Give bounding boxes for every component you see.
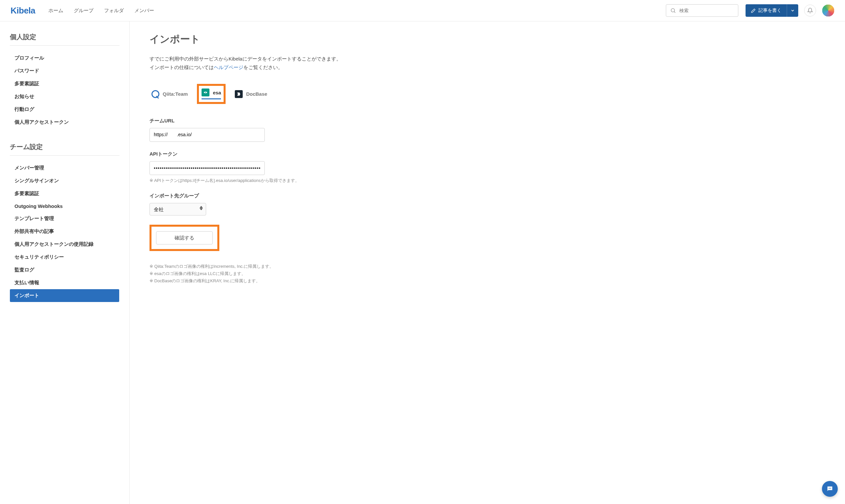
footnotes: ※ Qiita:Teamのロゴ画像の権利はIncrements, Inc.に帰属… — [150, 263, 825, 285]
sidebar-section-personal: 個人設定 — [10, 33, 120, 46]
service-docbase[interactable]: DocBase — [233, 88, 269, 101]
logo[interactable]: Kibela — [11, 5, 35, 16]
sidebar-item-password[interactable]: パスワード — [10, 65, 120, 77]
team-url-input[interactable] — [150, 128, 265, 142]
sidebar-item-shared[interactable]: 外部共有中の記事 — [10, 225, 120, 238]
sidebar-item-profile[interactable]: プロフィール — [10, 52, 120, 65]
search-input[interactable] — [679, 8, 734, 13]
write-button[interactable]: 記事を書く — [745, 4, 787, 17]
service-qiita[interactable]: Qiita:Team — [150, 88, 190, 101]
footnote-qiita: ※ Qiita:Teamのロゴ画像の権利はIncrements, Inc.に帰属… — [150, 263, 825, 270]
service-esa-highlight: esa — [197, 84, 226, 104]
page-title: インポート — [150, 33, 825, 46]
confirm-highlight: 確認する — [150, 225, 219, 251]
top-header: Kibela ホーム グループ フォルダ メンバー 記事を書く — [0, 0, 845, 21]
intro-line2: インポートの仕様についてはヘルプページをご覧ください。 — [150, 63, 825, 72]
docbase-icon — [235, 90, 243, 98]
field-group: インポート先グループ 全社 — [150, 193, 825, 215]
write-button-group: 記事を書く — [745, 4, 798, 17]
api-token-label: APIトークン — [150, 151, 825, 157]
intro-text: すでにご利用中の外部サービスからKibelaにデータをインポートすることができま… — [150, 55, 825, 71]
svg-point-5 — [830, 488, 831, 488]
svg-line-1 — [674, 12, 675, 13]
sidebar-item-tokens[interactable]: 個人用アクセストークン — [10, 116, 120, 129]
sidebar: 個人設定 プロフィール パスワード 多要素認証 お知らせ 行動ログ 個人用アクセ… — [0, 21, 130, 504]
nav-home[interactable]: ホーム — [48, 7, 63, 14]
esa-icon — [202, 89, 209, 96]
sidebar-item-mfa[interactable]: 多要素認証 — [10, 77, 120, 90]
search-box[interactable] — [666, 4, 738, 17]
nav-folders[interactable]: フォルダ — [104, 7, 124, 14]
pencil-icon — [751, 8, 756, 13]
field-api-token: APIトークン ※ APIトークンはhttps://[チーム名].esa.io/… — [150, 151, 825, 184]
service-tabs: Qiita:Team esa DocBase — [150, 84, 825, 104]
service-qiita-label: Qiita:Team — [163, 91, 188, 97]
sidebar-item-token-usage[interactable]: 個人用アクセストークンの使用記録 — [10, 238, 120, 251]
svg-point-3 — [829, 488, 829, 488]
notifications-button[interactable] — [804, 5, 816, 16]
sidebar-item-sso[interactable]: シングルサインオン — [10, 174, 120, 187]
chat-icon — [826, 485, 833, 492]
group-label: インポート先グループ — [150, 193, 825, 199]
service-docbase-label: DocBase — [246, 91, 267, 97]
footnote-docbase: ※ DocBaseのロゴ画像の権利はKRAY, Inc.に帰属します。 — [150, 277, 825, 285]
search-icon — [670, 7, 676, 14]
footnote-esa: ※ esaのロゴ画像の権利はesa LLCに帰属します。 — [150, 270, 825, 277]
group-select-wrap: 全社 — [150, 203, 206, 215]
nav-groups[interactable]: グループ — [74, 7, 93, 14]
sidebar-item-webhooks[interactable]: Outgoing Webhooks — [10, 200, 120, 212]
field-team-url: チームURL — [150, 118, 825, 142]
sidebar-item-notices[interactable]: お知らせ — [10, 90, 120, 103]
sidebar-item-audit[interactable]: 監査ログ — [10, 264, 120, 276]
sidebar-item-activity[interactable]: 行動ログ — [10, 103, 120, 116]
api-token-input[interactable] — [150, 161, 265, 175]
group-select[interactable]: 全社 — [150, 203, 206, 215]
service-esa[interactable]: esa — [202, 89, 221, 100]
avatar[interactable] — [822, 4, 834, 17]
confirm-button[interactable]: 確認する — [156, 231, 213, 245]
svg-point-0 — [671, 8, 675, 12]
api-token-hint: ※ APIトークンはhttps://[チーム名].esa.io/user/app… — [150, 178, 825, 184]
sidebar-item-templates[interactable]: テンプレート管理 — [10, 212, 120, 225]
service-esa-label: esa — [213, 90, 221, 95]
write-dropdown[interactable] — [787, 4, 798, 17]
sidebar-item-members[interactable]: メンバー管理 — [10, 162, 120, 174]
help-link[interactable]: ヘルプページ — [214, 65, 243, 70]
chat-fab[interactable] — [822, 481, 838, 497]
sidebar-section-team: チーム設定 — [10, 142, 120, 156]
chevron-down-icon — [790, 8, 795, 13]
main-nav: ホーム グループ フォルダ メンバー — [48, 7, 154, 14]
svg-point-4 — [829, 488, 830, 488]
team-url-label: チームURL — [150, 118, 825, 124]
bell-icon — [807, 7, 813, 14]
qiita-icon — [152, 90, 159, 98]
sidebar-item-import[interactable]: インポート — [10, 289, 119, 302]
sidebar-item-billing[interactable]: 支払い情報 — [10, 276, 120, 289]
main-content: インポート すでにご利用中の外部サービスからKibelaにデータをインポートする… — [130, 21, 845, 504]
sidebar-item-team-mfa[interactable]: 多要素認証 — [10, 187, 120, 200]
svg-point-2 — [205, 92, 206, 93]
sidebar-item-security[interactable]: セキュリティポリシー — [10, 251, 120, 264]
intro-line1: すでにご利用中の外部サービスからKibelaにデータをインポートすることができま… — [150, 55, 825, 63]
write-button-label: 記事を書く — [758, 7, 781, 14]
nav-members[interactable]: メンバー — [134, 7, 154, 14]
